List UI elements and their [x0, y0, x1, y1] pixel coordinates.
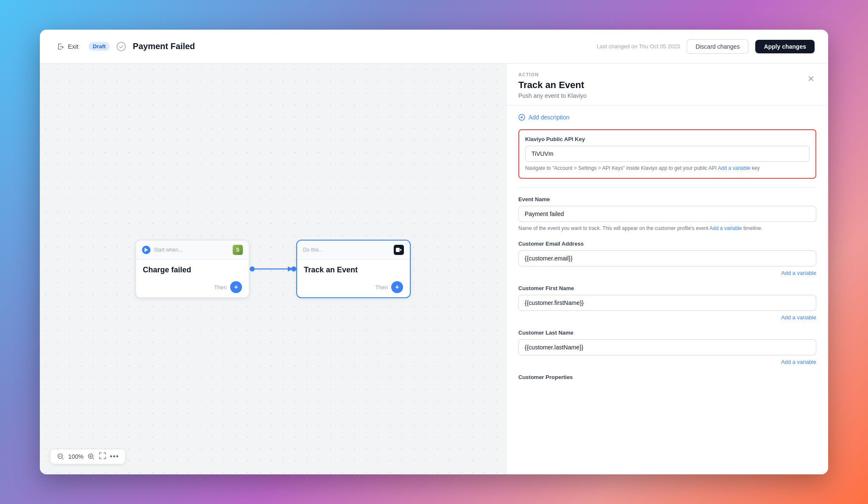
customer-first-name-add-variable-link[interactable]: Add a variable	[781, 314, 816, 321]
api-key-add-variable-link[interactable]: Add a variable	[718, 165, 751, 171]
action-node-header: Do this...	[297, 241, 410, 260]
event-name-help: Name of the event you want to track. Thi…	[518, 224, 816, 232]
main-window: Exit Draft Payment Failed Last changed o…	[40, 30, 828, 474]
start-node-card[interactable]: Start when... S Charge failed Then +	[135, 240, 250, 298]
play-icon	[142, 246, 150, 254]
panel-header-content: ACTION Track an Event Push any event to …	[518, 72, 587, 99]
customer-last-name-field-group: Customer Last Name Add a variable	[518, 330, 816, 366]
start-node-header: Start when... S	[136, 241, 249, 260]
content-area: Start when... S Charge failed Then +	[40, 64, 828, 474]
customer-first-name-field-group: Customer First Name Add a variable	[518, 285, 816, 321]
customer-first-name-input[interactable]	[518, 295, 816, 311]
api-key-input[interactable]	[525, 146, 810, 162]
start-node-header-label: Start when...	[154, 247, 182, 253]
event-name-help-text: Name of the event you want to track. Thi…	[518, 225, 708, 231]
action-node-header-left: Do this...	[303, 247, 323, 253]
add-description-icon	[518, 114, 525, 121]
customer-last-name-label: Customer Last Name	[518, 330, 816, 336]
customer-email-add-variable-link[interactable]: Add a variable	[781, 270, 816, 276]
exit-button[interactable]: Exit	[53, 41, 82, 53]
connector	[250, 256, 296, 282]
add-description-label: Add description	[529, 114, 570, 121]
flow-title: Payment Failed	[133, 42, 195, 51]
action-node-body: Track an Event	[297, 260, 410, 279]
action-node-card[interactable]: Do this... Track an Event Then +	[296, 240, 411, 298]
start-node-footer: Then +	[136, 279, 249, 297]
api-key-label: Klaviyo Public API Key	[525, 136, 810, 142]
svg-point-2	[250, 266, 255, 271]
start-node-title: Charge failed	[143, 266, 242, 274]
draft-badge: Draft	[89, 42, 110, 51]
svg-marker-1	[145, 248, 148, 252]
customer-properties-label: Customer Properties	[518, 374, 816, 380]
exit-icon	[57, 42, 65, 51]
start-plus-button[interactable]: +	[230, 281, 242, 293]
more-options-button[interactable]: •••	[110, 452, 119, 461]
customer-email-add-variable: Add a variable	[518, 269, 816, 277]
zoom-level: 100%	[68, 453, 83, 460]
action-plus-button[interactable]: +	[391, 281, 403, 293]
right-panel: ACTION Track an Event Push any event to …	[506, 64, 828, 474]
customer-email-field-group: Customer Email Address Add a variable	[518, 241, 816, 277]
panel-body: Add description Klaviyo Public API Key N…	[506, 105, 828, 474]
customer-first-name-add-variable: Add a variable	[518, 313, 816, 321]
api-key-field-group: Klaviyo Public API Key Navigate to "Acco…	[518, 129, 816, 179]
panel-header: ACTION Track an Event Push any event to …	[506, 64, 828, 105]
shopify-icon: S	[233, 245, 243, 255]
action-node: Do this... Track an Event Then +	[296, 240, 411, 298]
customer-email-label: Customer Email Address	[518, 241, 816, 247]
divider-1	[518, 187, 816, 188]
start-then-label: Then	[214, 284, 227, 291]
zoom-in-button[interactable]	[87, 452, 95, 461]
header-right: Last changed on Thu Oct 05 2023 Discard …	[597, 39, 815, 54]
action-node-footer: Then +	[297, 279, 410, 297]
panel-action-label: ACTION	[518, 72, 587, 77]
zoom-out-button[interactable]	[56, 452, 65, 461]
customer-first-name-label: Customer First Name	[518, 285, 816, 291]
event-name-input[interactable]	[518, 206, 816, 222]
api-key-help2: key	[752, 165, 760, 171]
start-node-body: Charge failed	[136, 260, 249, 279]
customer-email-input[interactable]	[518, 250, 816, 266]
header: Exit Draft Payment Failed Last changed o…	[40, 30, 828, 64]
check-circle-icon	[117, 42, 126, 51]
panel-title: Track an Event	[518, 80, 587, 91]
svg-marker-6	[400, 249, 402, 251]
svg-point-0	[117, 42, 125, 51]
add-description-button[interactable]: Add description	[518, 114, 570, 121]
discard-button[interactable]: Discard changes	[687, 39, 748, 54]
event-name-field-group: Event Name Name of the event you want to…	[518, 196, 816, 232]
customer-last-name-input[interactable]	[518, 339, 816, 355]
panel-close-button[interactable]: ✕	[806, 72, 816, 86]
customer-last-name-add-variable-link[interactable]: Add a variable	[781, 359, 816, 365]
action-node-header-label: Do this...	[303, 247, 323, 253]
svg-rect-5	[396, 248, 400, 252]
canvas[interactable]: Start when... S Charge failed Then +	[40, 64, 506, 474]
customer-properties-field-group: Customer Properties	[518, 374, 816, 380]
api-key-help-text: Navigate to "Account > Settings > API Ke…	[525, 165, 717, 171]
start-node-header-left: Start when...	[142, 246, 182, 254]
exit-label: Exit	[68, 43, 78, 50]
customer-last-name-add-variable: Add a variable	[518, 358, 816, 366]
apply-button[interactable]: Apply changes	[755, 40, 815, 53]
expand-button[interactable]	[99, 452, 106, 461]
video-icon	[394, 245, 404, 255]
event-name-label: Event Name	[518, 196, 816, 202]
action-node-title: Track an Event	[304, 266, 403, 274]
event-name-help2: timeline.	[743, 225, 762, 231]
action-then-label: Then	[375, 284, 388, 291]
event-name-add-variable-link[interactable]: Add a variable	[709, 225, 742, 231]
zoom-controls: 100% •••	[50, 449, 125, 464]
last-changed-text: Last changed on Thu Oct 05 2023	[597, 43, 680, 50]
header-left: Exit Draft Payment Failed	[53, 41, 195, 53]
api-key-help: Navigate to "Account > Settings > API Ke…	[525, 164, 810, 172]
panel-subtitle: Push any event to Klaviyo	[518, 92, 587, 99]
canvas-nodes: Start when... S Charge failed Then +	[135, 240, 411, 298]
start-node: Start when... S Charge failed Then +	[135, 240, 250, 298]
